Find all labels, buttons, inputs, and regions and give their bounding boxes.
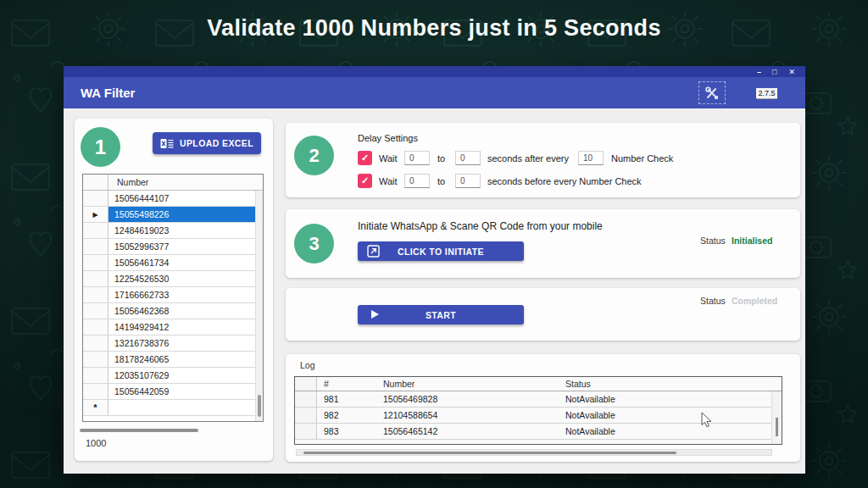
minimize-button[interactable]: – (757, 68, 760, 76)
delay-before-to-input[interactable] (455, 174, 481, 188)
table-row[interactable]: 12035107629 (83, 368, 263, 384)
scrollbar-thumb[interactable] (258, 395, 261, 417)
row-indicator (295, 424, 317, 439)
row-indicator (83, 336, 108, 351)
delay-before-from-input[interactable] (404, 174, 430, 188)
log-num-cell[interactable]: 983 (317, 424, 376, 439)
log-number-cell[interactable]: 15056469828 (376, 391, 559, 407)
numbers-table[interactable]: Number 15056444107▶150554982261248461902… (82, 174, 264, 422)
settings-tools-button[interactable] (698, 81, 726, 104)
log-panel: Log # Number Status 98115056469828NotAva… (286, 354, 800, 462)
mouse-cursor (701, 413, 716, 428)
log-status-cell[interactable]: NotAvailable (559, 424, 771, 439)
to-label: to (437, 152, 445, 166)
log-status-cell[interactable]: NotAvailable (559, 391, 771, 407)
initiate-instruction: Initiate WhatsApp & Scane QR Code from y… (358, 220, 603, 232)
log-num-cell[interactable]: 982 (317, 408, 376, 423)
wait-label: Wait (379, 175, 398, 189)
row-indicator (83, 191, 108, 206)
header-indicator-cell (295, 377, 317, 391)
log-num-cell[interactable]: 981 (317, 391, 376, 407)
log-title: Log (300, 360, 315, 370)
scrollbar-thumb[interactable] (776, 418, 778, 436)
table-row[interactable]: 17166662733 (83, 287, 263, 303)
delay-after-from-input[interactable] (404, 151, 430, 165)
table-row[interactable]: 15056461734 (83, 255, 263, 271)
table-row[interactable]: 15056462368 (83, 303, 263, 319)
wait-before-checkbox[interactable]: ✓ (358, 174, 372, 188)
close-button[interactable]: ✕ (788, 68, 795, 76)
row-indicator (83, 287, 108, 302)
number-cell[interactable]: 15056442059 (108, 384, 255, 399)
play-icon (370, 309, 380, 319)
log-header-num: # (317, 377, 376, 391)
log-number-cell[interactable]: 12104588654 (376, 408, 559, 423)
status-value-completed: Completed (732, 296, 777, 306)
number-cell[interactable]: 15056461734 (108, 255, 255, 270)
table-row[interactable]: 15056442059 (83, 384, 263, 400)
number-cell[interactable]: 15056462368 (108, 303, 255, 319)
table-row[interactable]: 15052996377 (83, 239, 263, 255)
row-indicator (295, 391, 317, 407)
new-row[interactable]: * (83, 400, 263, 416)
excel-icon (160, 138, 174, 149)
app-window: – □ ✕ WA Filter 2.7.5 1 (64, 66, 805, 474)
to-label: to (437, 175, 445, 189)
number-cell[interactable] (108, 400, 255, 415)
vertical-scrollbar[interactable] (771, 391, 782, 444)
number-cell[interactable]: 15056444107 (108, 191, 255, 206)
row-indicator (83, 384, 108, 399)
wait-label: Wait (379, 152, 398, 166)
row-indicator (83, 271, 108, 286)
click-to-initiate-button[interactable]: CLICK TO INITIATE (358, 241, 524, 261)
delay-settings-title: Delay Settings (358, 131, 418, 146)
horizontal-scrollbar[interactable] (296, 449, 772, 456)
row-indicator (83, 352, 108, 367)
number-cell[interactable]: 12484619023 (108, 223, 255, 238)
number-count: 1000 (86, 438, 106, 448)
table-row[interactable]: 15056444107 (83, 191, 263, 207)
log-table[interactable]: # Number Status 98115056469828NotAvailab… (294, 376, 782, 445)
table-row[interactable]: ▶15055498226 (83, 207, 263, 223)
table-row[interactable]: 98115056469828NotAvailable (295, 391, 782, 408)
wait-after-checkbox[interactable]: ✓ (358, 151, 372, 165)
row-indicator (83, 255, 108, 270)
every-n-numbers-input[interactable] (578, 151, 604, 165)
table-row[interactable]: 12254526530 (83, 271, 263, 287)
step-3-badge: 3 (294, 224, 334, 263)
table-row[interactable]: 13216738376 (83, 336, 263, 352)
number-cell[interactable]: 13216738376 (108, 336, 255, 351)
delay-settings-panel: 2 Delay Settings ✓ Wait to seconds after… (286, 123, 800, 197)
delay-after-to-input[interactable] (455, 151, 481, 165)
table-row[interactable]: 14194929412 (83, 319, 263, 336)
number-check-label: Number Check (611, 152, 673, 166)
start-panel: START Status Completed (286, 288, 800, 341)
number-cell[interactable]: 14194929412 (108, 319, 255, 335)
log-number-cell[interactable]: 15056465142 (376, 424, 559, 439)
number-cell[interactable]: 18178246065 (108, 352, 255, 367)
numbers-table-header: Number (83, 175, 263, 191)
status-value-initialised: Initialised (732, 236, 772, 246)
row-indicator (83, 319, 108, 335)
upload-excel-label: UPLOAD EXCEL (180, 138, 253, 148)
horizontal-scrollbar[interactable] (80, 429, 198, 432)
number-cell[interactable]: 12035107629 (108, 368, 255, 383)
number-cell[interactable]: 15055498226 (108, 207, 255, 222)
log-status-cell[interactable]: NotAvailable (559, 408, 771, 423)
row-indicator (295, 408, 317, 423)
open-external-icon (367, 245, 380, 258)
row-indicator (83, 223, 108, 238)
tools-icon (704, 86, 720, 101)
table-row[interactable]: 12484619023 (83, 223, 263, 239)
number-cell[interactable]: 15052996377 (108, 239, 255, 254)
number-cell[interactable]: 17166662733 (108, 287, 255, 302)
log-header-status: Status (559, 377, 771, 391)
upload-excel-button[interactable]: UPLOAD EXCEL (153, 132, 261, 154)
start-button[interactable]: START (358, 305, 524, 324)
vertical-scrollbar[interactable] (255, 191, 263, 421)
scrollbar-thumb[interactable] (303, 452, 676, 454)
number-cell[interactable]: 12254526530 (108, 271, 255, 286)
maximize-button[interactable]: □ (772, 68, 776, 76)
table-row[interactable]: 18178246065 (83, 352, 263, 368)
status-label: Status (700, 296, 726, 306)
